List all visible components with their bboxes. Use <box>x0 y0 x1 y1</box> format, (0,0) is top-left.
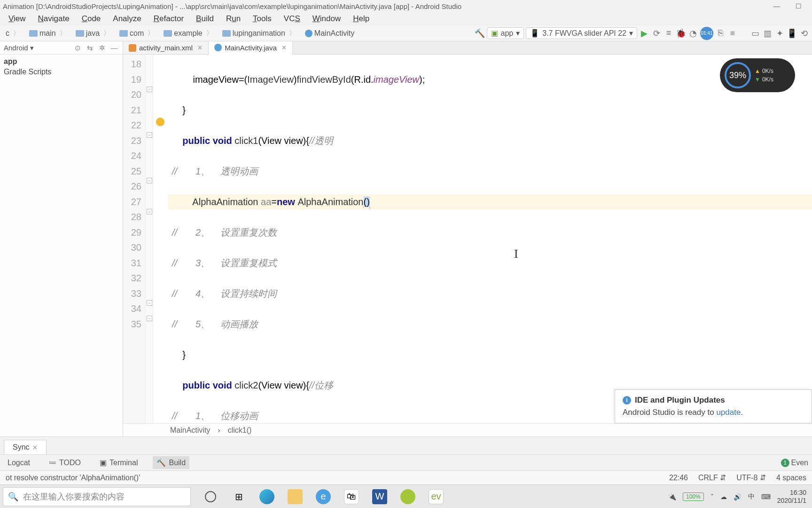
fold-toggle-icon[interactable]: − <box>147 178 152 183</box>
menu-run[interactable]: Run <box>220 13 246 24</box>
menu-help[interactable]: Help <box>347 13 375 24</box>
code-body[interactable]: imageView=(ImageView)findViewById(R.id.i… <box>168 55 812 423</box>
project-tree[interactable]: app Gradle Scripts <box>0 55 123 79</box>
onedrive-icon[interactable]: ☁ <box>720 493 727 500</box>
battery-plug-icon[interactable]: 🔌 <box>668 493 676 500</box>
fold-toggle-icon[interactable]: − <box>147 316 152 321</box>
hammer-build-icon[interactable]: 🔨 <box>475 28 485 39</box>
event-log-badge[interactable]: 1Even <box>781 459 808 467</box>
word-icon[interactable]: W <box>372 489 387 504</box>
performance-widget[interactable]: 39% ▲0K/s ▼0K/s <box>720 58 795 92</box>
menu-code[interactable]: Code <box>76 13 107 24</box>
crumb-class[interactable]: MainActivity <box>170 426 210 435</box>
menu-navigate[interactable]: Navigate <box>32 13 75 24</box>
battery-indicator[interactable]: 100% <box>683 492 704 501</box>
resource-manager-icon[interactable]: ✦ <box>774 28 785 39</box>
expand-all-icon[interactable]: ⇆ <box>85 44 94 52</box>
tree-item-gradle[interactable]: Gradle Scripts <box>4 67 119 77</box>
close-icon[interactable]: ✕ <box>281 44 287 51</box>
tray-chevron-icon[interactable]: ˄ <box>710 493 714 500</box>
run-config-selector[interactable]: ▣app ▾ <box>487 27 524 39</box>
ev-recorder-icon[interactable]: ev <box>429 489 444 504</box>
menu-vcs[interactable]: VCS <box>278 13 306 24</box>
menu-window[interactable]: Window <box>307 13 346 24</box>
notification-body: Android Studio is ready to update. <box>623 408 804 417</box>
toolwin-build[interactable]: 🔨 Build <box>153 456 189 469</box>
crumb-main[interactable]: main〉 <box>26 29 71 38</box>
avd-manager-icon[interactable]: ▭ <box>750 28 760 39</box>
project-view-selector[interactable]: Android ▾ <box>4 44 70 52</box>
device-selector[interactable]: 📱3.7 FWVGA slider API 22 ▾ <box>526 27 637 39</box>
crumb-java[interactable]: java〉 <box>73 29 115 38</box>
select-opened-file-icon[interactable]: ⊙ <box>73 44 82 52</box>
tab-activity-main-xml[interactable]: activity_main.xml ✕ <box>123 41 209 54</box>
tab-label: activity_main.xml <box>139 44 193 52</box>
settings-icon[interactable]: ✲ <box>97 44 107 52</box>
folder-icon <box>29 30 38 37</box>
cortana-icon[interactable] <box>203 489 218 504</box>
apply-changes-icon[interactable]: ⟳ <box>651 28 662 39</box>
sync-gradle-icon[interactable]: ⟲ <box>799 28 809 39</box>
crumb-package[interactable]: lupinganimation〉 <box>219 29 300 38</box>
tab-mainactivity-java[interactable]: MainActivity.java ✕ <box>209 41 293 55</box>
timer-badge: 01:41 <box>700 27 713 40</box>
code-area[interactable]: 181920212223242526272829303132333435 − −… <box>123 55 812 423</box>
close-icon[interactable]: ✕ <box>32 444 38 451</box>
minimize-button[interactable]: — <box>766 2 788 10</box>
apply-code-icon[interactable]: ≡ <box>664 28 674 39</box>
menu-tools[interactable]: Tools <box>247 13 277 24</box>
ime-mode-icon[interactable]: ⌨ <box>761 493 771 500</box>
tab-sync[interactable]: Sync✕ <box>4 440 47 454</box>
file-explorer-icon[interactable] <box>288 489 303 504</box>
sdk-manager-icon[interactable]: ▥ <box>762 28 773 39</box>
crumb-c[interactable]: c〉 <box>3 29 24 38</box>
toolwin-todo[interactable]: ≔ TODO <box>45 456 85 469</box>
update-link[interactable]: update <box>716 408 741 417</box>
collapse-icon[interactable]: — <box>109 44 119 52</box>
file-encoding[interactable]: UTF-8 ⇵ <box>736 473 766 482</box>
network-stats: ▲0K/s ▼0K/s <box>755 68 773 83</box>
taskbar-clock[interactable]: 16:30 2020/11/1 <box>777 489 806 505</box>
menu-analyze[interactable]: Analyze <box>107 13 147 24</box>
text-cursor-icon: I <box>514 246 518 262</box>
browser-icon[interactable]: e <box>316 489 331 504</box>
caret-position[interactable]: 22:46 <box>669 474 688 482</box>
indent-setting[interactable]: 4 spaces <box>776 474 806 482</box>
taskbar-search[interactable]: 🔍 在这里输入你要搜索的内容 <box>3 487 191 506</box>
close-icon[interactable]: ✕ <box>197 44 203 51</box>
fold-column[interactable]: − − − − − − <box>146 55 153 423</box>
edge-icon[interactable] <box>259 489 274 504</box>
crumb-class[interactable]: MainActivity <box>302 29 357 38</box>
update-notification[interactable]: iIDE and Plugin Updates Android Studio i… <box>615 389 812 423</box>
intention-bulb-icon[interactable] <box>156 118 164 126</box>
editor-breadcrumb: MainActivity › click1() <box>123 423 812 437</box>
volume-icon[interactable]: 🔊 <box>734 493 742 500</box>
ime-indicator[interactable]: 中 <box>748 492 755 501</box>
fold-toggle-icon[interactable]: − <box>147 209 152 214</box>
fold-toggle-icon[interactable]: − <box>147 87 152 92</box>
debug-icon[interactable]: 🐞 <box>676 28 686 39</box>
menu-view[interactable]: View <box>3 13 31 24</box>
fold-toggle-icon[interactable]: − <box>147 300 152 306</box>
device-icon[interactable]: 📱 <box>787 28 797 39</box>
attach-debugger-icon[interactable]: ⎘ <box>715 28 726 39</box>
maximize-button[interactable]: ☐ <box>788 2 809 10</box>
line-separator[interactable]: CRLF ⇵ <box>698 473 726 482</box>
crumb-com[interactable]: com〉 <box>117 29 159 38</box>
toolwin-logcat[interactable]: Logcat <box>4 457 34 469</box>
task-view-icon[interactable]: ⊞ <box>231 489 246 504</box>
stop-icon[interactable]: ■ <box>727 28 738 39</box>
editor-tabs: activity_main.xml ✕ MainActivity.java ✕ <box>123 41 812 55</box>
run-icon[interactable]: ▶ <box>639 28 649 39</box>
profiler-icon[interactable]: ◔ <box>688 28 698 39</box>
crumb-example[interactable]: example〉 <box>161 29 217 38</box>
android-studio-icon[interactable] <box>400 489 415 504</box>
folder-icon <box>164 30 172 37</box>
menu-build[interactable]: Build <box>190 13 219 24</box>
crumb-method[interactable]: click1() <box>228 426 252 435</box>
menu-refactor[interactable]: Refactor <box>148 13 189 24</box>
toolwin-terminal[interactable]: ▣ Terminal <box>96 456 141 469</box>
fold-toggle-icon[interactable]: − <box>147 132 152 138</box>
store-icon[interactable]: 🛍 <box>344 489 359 504</box>
tree-item-app[interactable]: app <box>4 56 119 67</box>
